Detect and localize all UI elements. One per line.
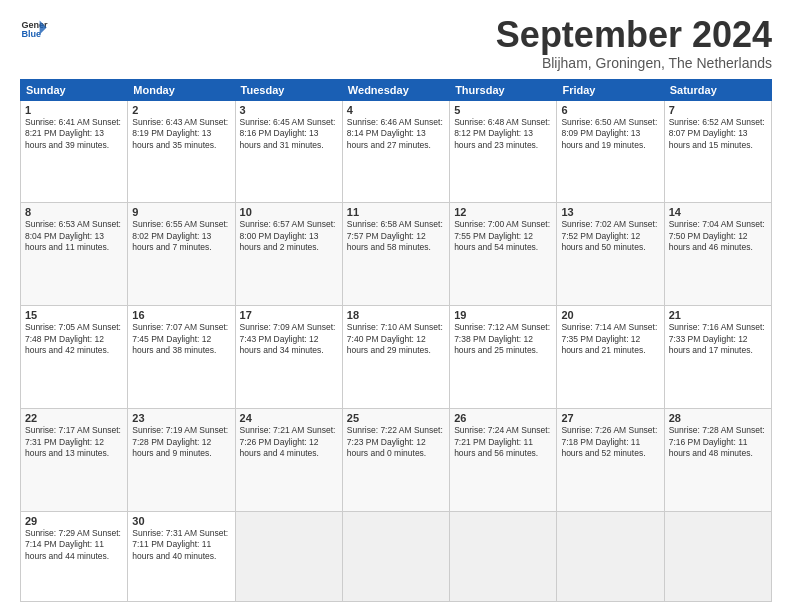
page: General Blue September 2024 Blijham, Gro… — [0, 0, 792, 612]
day-info: Sunrise: 6:55 AM Sunset: 8:02 PM Dayligh… — [132, 219, 230, 253]
table-cell: 6Sunrise: 6:50 AM Sunset: 8:09 PM Daylig… — [557, 100, 664, 203]
day-info: Sunrise: 6:57 AM Sunset: 8:00 PM Dayligh… — [240, 219, 338, 253]
day-number: 16 — [132, 309, 230, 321]
day-info: Sunrise: 7:22 AM Sunset: 7:23 PM Dayligh… — [347, 425, 445, 459]
day-info: Sunrise: 7:07 AM Sunset: 7:45 PM Dayligh… — [132, 322, 230, 356]
col-wednesday: Wednesday — [342, 79, 449, 100]
table-cell: 14Sunrise: 7:04 AM Sunset: 7:50 PM Dayli… — [664, 203, 771, 306]
day-info: Sunrise: 7:31 AM Sunset: 7:11 PM Dayligh… — [132, 528, 230, 562]
calendar-table: Sunday Monday Tuesday Wednesday Thursday… — [20, 79, 772, 602]
month-title: September 2024 — [496, 15, 772, 55]
table-cell: 2Sunrise: 6:43 AM Sunset: 8:19 PM Daylig… — [128, 100, 235, 203]
col-monday: Monday — [128, 79, 235, 100]
table-cell: 19Sunrise: 7:12 AM Sunset: 7:38 PM Dayli… — [450, 306, 557, 409]
table-cell — [342, 511, 449, 601]
table-cell: 26Sunrise: 7:24 AM Sunset: 7:21 PM Dayli… — [450, 409, 557, 512]
table-cell: 11Sunrise: 6:58 AM Sunset: 7:57 PM Dayli… — [342, 203, 449, 306]
day-info: Sunrise: 7:28 AM Sunset: 7:16 PM Dayligh… — [669, 425, 767, 459]
day-number: 6 — [561, 104, 659, 116]
day-number: 19 — [454, 309, 552, 321]
day-info: Sunrise: 7:05 AM Sunset: 7:48 PM Dayligh… — [25, 322, 123, 356]
table-cell: 24Sunrise: 7:21 AM Sunset: 7:26 PM Dayli… — [235, 409, 342, 512]
day-info: Sunrise: 7:16 AM Sunset: 7:33 PM Dayligh… — [669, 322, 767, 356]
day-number: 14 — [669, 206, 767, 218]
col-friday: Friday — [557, 79, 664, 100]
table-cell: 12Sunrise: 7:00 AM Sunset: 7:55 PM Dayli… — [450, 203, 557, 306]
logo: General Blue — [20, 15, 48, 43]
day-info: Sunrise: 7:04 AM Sunset: 7:50 PM Dayligh… — [669, 219, 767, 253]
col-saturday: Saturday — [664, 79, 771, 100]
day-number: 30 — [132, 515, 230, 527]
day-info: Sunrise: 6:52 AM Sunset: 8:07 PM Dayligh… — [669, 117, 767, 151]
table-cell: 10Sunrise: 6:57 AM Sunset: 8:00 PM Dayli… — [235, 203, 342, 306]
day-number: 3 — [240, 104, 338, 116]
day-info: Sunrise: 6:50 AM Sunset: 8:09 PM Dayligh… — [561, 117, 659, 151]
col-thursday: Thursday — [450, 79, 557, 100]
day-number: 20 — [561, 309, 659, 321]
table-cell: 1Sunrise: 6:41 AM Sunset: 8:21 PM Daylig… — [21, 100, 128, 203]
day-info: Sunrise: 6:58 AM Sunset: 7:57 PM Dayligh… — [347, 219, 445, 253]
day-number: 27 — [561, 412, 659, 424]
table-cell: 30Sunrise: 7:31 AM Sunset: 7:11 PM Dayli… — [128, 511, 235, 601]
day-info: Sunrise: 7:21 AM Sunset: 7:26 PM Dayligh… — [240, 425, 338, 459]
table-cell: 17Sunrise: 7:09 AM Sunset: 7:43 PM Dayli… — [235, 306, 342, 409]
table-cell: 15Sunrise: 7:05 AM Sunset: 7:48 PM Dayli… — [21, 306, 128, 409]
table-cell: 16Sunrise: 7:07 AM Sunset: 7:45 PM Dayli… — [128, 306, 235, 409]
title-block: September 2024 Blijham, Groningen, The N… — [496, 15, 772, 71]
day-info: Sunrise: 7:02 AM Sunset: 7:52 PM Dayligh… — [561, 219, 659, 253]
table-cell — [664, 511, 771, 601]
table-cell: 20Sunrise: 7:14 AM Sunset: 7:35 PM Dayli… — [557, 306, 664, 409]
day-number: 8 — [25, 206, 123, 218]
day-number: 11 — [347, 206, 445, 218]
day-number: 28 — [669, 412, 767, 424]
day-info: Sunrise: 6:41 AM Sunset: 8:21 PM Dayligh… — [25, 117, 123, 151]
table-cell — [450, 511, 557, 601]
day-info: Sunrise: 7:14 AM Sunset: 7:35 PM Dayligh… — [561, 322, 659, 356]
day-info: Sunrise: 6:45 AM Sunset: 8:16 PM Dayligh… — [240, 117, 338, 151]
col-tuesday: Tuesday — [235, 79, 342, 100]
day-number: 23 — [132, 412, 230, 424]
table-cell: 4Sunrise: 6:46 AM Sunset: 8:14 PM Daylig… — [342, 100, 449, 203]
day-number: 24 — [240, 412, 338, 424]
col-sunday: Sunday — [21, 79, 128, 100]
table-cell: 3Sunrise: 6:45 AM Sunset: 8:16 PM Daylig… — [235, 100, 342, 203]
day-number: 29 — [25, 515, 123, 527]
day-number: 21 — [669, 309, 767, 321]
table-cell: 21Sunrise: 7:16 AM Sunset: 7:33 PM Dayli… — [664, 306, 771, 409]
table-cell: 27Sunrise: 7:26 AM Sunset: 7:18 PM Dayli… — [557, 409, 664, 512]
day-number: 9 — [132, 206, 230, 218]
table-cell: 5Sunrise: 6:48 AM Sunset: 8:12 PM Daylig… — [450, 100, 557, 203]
day-info: Sunrise: 7:26 AM Sunset: 7:18 PM Dayligh… — [561, 425, 659, 459]
table-cell: 23Sunrise: 7:19 AM Sunset: 7:28 PM Dayli… — [128, 409, 235, 512]
day-info: Sunrise: 7:17 AM Sunset: 7:31 PM Dayligh… — [25, 425, 123, 459]
table-cell: 29Sunrise: 7:29 AM Sunset: 7:14 PM Dayli… — [21, 511, 128, 601]
svg-text:Blue: Blue — [21, 29, 41, 39]
day-number: 10 — [240, 206, 338, 218]
table-cell: 8Sunrise: 6:53 AM Sunset: 8:04 PM Daylig… — [21, 203, 128, 306]
day-number: 26 — [454, 412, 552, 424]
day-info: Sunrise: 7:19 AM Sunset: 7:28 PM Dayligh… — [132, 425, 230, 459]
header-row: Sunday Monday Tuesday Wednesday Thursday… — [21, 79, 772, 100]
subtitle: Blijham, Groningen, The Netherlands — [496, 55, 772, 71]
day-info: Sunrise: 6:48 AM Sunset: 8:12 PM Dayligh… — [454, 117, 552, 151]
day-number: 15 — [25, 309, 123, 321]
table-cell: 28Sunrise: 7:28 AM Sunset: 7:16 PM Dayli… — [664, 409, 771, 512]
day-number: 1 — [25, 104, 123, 116]
day-info: Sunrise: 6:43 AM Sunset: 8:19 PM Dayligh… — [132, 117, 230, 151]
day-number: 22 — [25, 412, 123, 424]
day-number: 18 — [347, 309, 445, 321]
table-cell — [557, 511, 664, 601]
day-info: Sunrise: 7:29 AM Sunset: 7:14 PM Dayligh… — [25, 528, 123, 562]
logo-icon: General Blue — [20, 15, 48, 43]
day-info: Sunrise: 7:10 AM Sunset: 7:40 PM Dayligh… — [347, 322, 445, 356]
day-number: 13 — [561, 206, 659, 218]
day-info: Sunrise: 7:12 AM Sunset: 7:38 PM Dayligh… — [454, 322, 552, 356]
day-number: 12 — [454, 206, 552, 218]
table-cell: 18Sunrise: 7:10 AM Sunset: 7:40 PM Dayli… — [342, 306, 449, 409]
day-number: 17 — [240, 309, 338, 321]
table-cell: 7Sunrise: 6:52 AM Sunset: 8:07 PM Daylig… — [664, 100, 771, 203]
table-cell — [235, 511, 342, 601]
day-number: 25 — [347, 412, 445, 424]
day-info: Sunrise: 6:46 AM Sunset: 8:14 PM Dayligh… — [347, 117, 445, 151]
table-cell: 25Sunrise: 7:22 AM Sunset: 7:23 PM Dayli… — [342, 409, 449, 512]
